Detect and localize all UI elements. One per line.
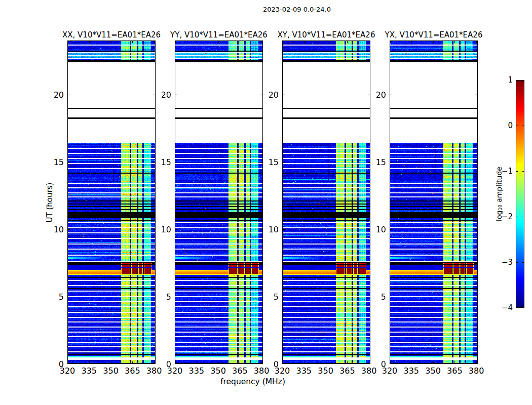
y-tick-label: 20 <box>253 90 279 100</box>
y-tick-label: 5 <box>253 292 279 302</box>
y-tick-label: 10 <box>146 225 171 234</box>
y-tick-label: 0 <box>253 359 279 369</box>
x-tick-label: 335 <box>189 366 205 376</box>
y-tick-label: 15 <box>39 157 64 167</box>
x-tick-label: 365 <box>232 366 248 376</box>
x-tick-label: 365 <box>447 366 463 376</box>
x-tick-label: 335 <box>296 366 312 376</box>
colorbar-tick-label: −2 <box>489 212 513 221</box>
x-axis-label: frequency (MHz) <box>220 377 285 386</box>
x-tick-label: 335 <box>82 366 97 376</box>
y-tick-label: 5 <box>361 292 386 302</box>
y-tick-label: 0 <box>146 359 171 369</box>
y-tick-label: 0 <box>361 359 386 369</box>
spectrogram-panel-yy <box>175 40 263 364</box>
y-axis-label: UT (hours) <box>45 183 54 223</box>
x-tick-label: 350 <box>103 366 119 376</box>
panel-title-yx: YX, V10*V11=EA01*EA26 <box>385 30 483 39</box>
x-tick-label: 380 <box>469 366 484 376</box>
x-tick-label: 350 <box>210 366 226 376</box>
y-tick-label: 20 <box>39 90 64 100</box>
y-tick-label: 20 <box>361 90 386 100</box>
spectrogram-figure: 2023-02-09 0.0-24.0 XX, V10*V11=EA01*EA2… <box>0 0 532 405</box>
y-tick-label: 0 <box>39 359 64 369</box>
colorbar-tick-label: 1 <box>489 75 513 85</box>
spectrogram-panel-xx <box>67 40 156 364</box>
colorbar-tick-label: −1 <box>489 167 513 176</box>
y-tick-label: 10 <box>361 225 386 234</box>
x-tick-label: 365 <box>125 366 140 376</box>
x-tick-label: 350 <box>425 366 441 376</box>
colorbar-tick-label: −4 <box>489 303 513 312</box>
y-tick-label: 5 <box>39 292 64 302</box>
panel-title-yy: YY, V10*V11=EA01*EA26 <box>170 30 268 39</box>
y-tick-label: 15 <box>361 157 386 167</box>
y-tick-label: 15 <box>253 157 279 167</box>
y-tick-label: 10 <box>253 225 279 234</box>
x-tick-label: 365 <box>339 366 355 376</box>
y-tick-label: 15 <box>146 157 171 167</box>
spectrogram-panel-yx <box>390 40 478 364</box>
panel-title-xy: XY, V10*V11=EA01*EA26 <box>278 30 375 39</box>
x-tick-label: 350 <box>318 366 333 376</box>
colorbar-tick-label: −3 <box>489 258 513 267</box>
panel-title-xx: XX, V10*V11=EA01*EA26 <box>62 30 161 39</box>
colorbar <box>516 80 524 308</box>
y-tick-label: 10 <box>39 225 64 234</box>
colorbar-tick-label: 0 <box>489 121 513 130</box>
spectrogram-panel-xy <box>282 40 370 364</box>
y-tick-label: 20 <box>146 90 171 100</box>
figure-title: 2023-02-09 0.0-24.0 <box>263 6 331 13</box>
y-tick-label: 5 <box>146 292 171 302</box>
x-tick-label: 335 <box>404 366 420 376</box>
